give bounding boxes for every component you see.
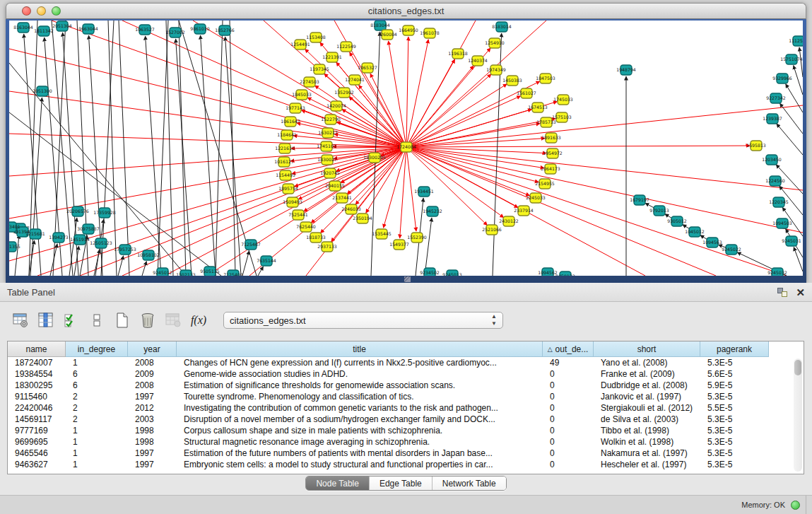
graph-node[interactable]: 8183044 bbox=[370, 21, 390, 30]
graph-node[interactable]: 2430122 bbox=[499, 216, 519, 226]
graph-node[interactable]: 7625440 bbox=[296, 222, 316, 232]
graph-node[interactable]: 1045012 bbox=[685, 227, 705, 237]
graph-node[interactable]: 1948794 bbox=[616, 65, 636, 75]
close-panel-icon[interactable]: ✕ bbox=[796, 287, 805, 298]
table-row[interactable]: 969969511998Structural magnetic resonanc… bbox=[8, 436, 804, 448]
float-panel-icon[interactable] bbox=[777, 288, 787, 297]
graph-node[interactable]: 9505135 bbox=[200, 267, 220, 276]
graph-node[interactable]: 17359928 bbox=[93, 208, 116, 218]
graph-node[interactable]: 1274041 bbox=[345, 75, 365, 85]
graph-node[interactable]: 1561027 bbox=[517, 88, 536, 98]
graph-node[interactable]: 9227342 bbox=[766, 93, 786, 103]
column-header-pagerank[interactable]: pagerank bbox=[700, 341, 769, 357]
graph-node[interactable]: 1745103 bbox=[317, 141, 336, 151]
graph-node[interactable]: 9450122 bbox=[555, 271, 575, 276]
graph-node[interactable]: 1934451 bbox=[414, 187, 434, 197]
graph-node[interactable]: 1394273 bbox=[49, 233, 69, 243]
graph-node[interactable]: 9245012 bbox=[153, 268, 172, 276]
graph-node[interactable]: 1509493 bbox=[283, 197, 302, 207]
graph-node[interactable]: 2040155 bbox=[325, 181, 345, 191]
graph-node[interactable]: 1549377 bbox=[389, 240, 409, 250]
function-builder-button[interactable]: f(x) bbox=[188, 310, 209, 331]
column-header-year[interactable]: year bbox=[128, 341, 177, 357]
graph-node[interactable]: 9792013 bbox=[649, 206, 669, 216]
column-header-name[interactable]: name bbox=[8, 341, 66, 357]
delete-rows-button[interactable] bbox=[137, 310, 158, 331]
graph-node[interactable]: 1954972 bbox=[543, 148, 563, 158]
graph-node[interactable]: 1221391 bbox=[322, 52, 342, 62]
graph-node[interactable]: 1450383 bbox=[502, 76, 522, 86]
table-row[interactable]: 1872400712008Changes of HCN gene express… bbox=[8, 357, 804, 368]
graph-node[interactable]: 1945232 bbox=[423, 206, 442, 216]
graph-node[interactable]: 1197345 bbox=[310, 64, 329, 74]
graph-node[interactable]: 1745033 bbox=[553, 95, 573, 105]
column-header-in_degree[interactable]: in_degree bbox=[66, 341, 128, 357]
graph-node[interactable]: 1664950 bbox=[399, 25, 418, 35]
graph-node[interactable]: 17957253 bbox=[114, 245, 136, 255]
table-row[interactable]: 1938455462009Genome-wide association stu… bbox=[8, 368, 804, 380]
graph-node[interactable]: 1196318 bbox=[448, 49, 468, 59]
new-table-button[interactable] bbox=[112, 310, 133, 331]
graph-node[interactable]: 1063527 bbox=[135, 25, 155, 35]
graph-node[interactable]: 1112503 bbox=[789, 36, 803, 46]
graph-node[interactable]: 9861010 bbox=[190, 24, 210, 34]
graph-node[interactable]: 9245031 bbox=[782, 236, 801, 246]
graph-node[interactable]: 1630217 bbox=[318, 128, 338, 138]
graph-node[interactable]: 1535445 bbox=[372, 229, 392, 239]
graph-node[interactable]: 1215681 bbox=[25, 229, 45, 239]
graph-node[interactable]: 8183014 bbox=[492, 22, 512, 32]
graph-node[interactable]: 1352902 bbox=[334, 88, 354, 98]
graph-node[interactable]: 9234502 bbox=[420, 268, 440, 276]
graph-node[interactable]: 1154493 bbox=[276, 170, 295, 180]
graph-node[interactable]: 1974349 bbox=[486, 65, 506, 75]
graph-node[interactable]: 1830027 bbox=[317, 155, 337, 165]
table-row[interactable]: 946554611997Estimation of the future num… bbox=[8, 448, 804, 459]
graph-node[interactable]: 1818733 bbox=[306, 233, 326, 243]
graph-node[interactable]: 1527002 bbox=[165, 28, 185, 37]
graph-node[interactable]: 1239387 bbox=[763, 114, 782, 124]
network-canvas[interactable]: 8163044181134220513049663044106352715270… bbox=[9, 21, 803, 276]
graph-node[interactable]: 2521066 bbox=[482, 225, 502, 235]
graph-node[interactable]: 2051304 bbox=[52, 21, 72, 31]
graph-node[interactable]: 9245032 bbox=[767, 268, 787, 276]
graph-node[interactable]: 1891633 bbox=[541, 133, 561, 143]
graph-node[interactable]: 8163044 bbox=[13, 23, 33, 33]
graph-node[interactable]: 7635144 bbox=[257, 256, 276, 266]
graph-node[interactable]: 7525441 bbox=[288, 210, 308, 220]
window-titlebar[interactable]: citations_edges.txt bbox=[6, 3, 806, 19]
graph-node[interactable]: 9663044 bbox=[78, 24, 98, 34]
column-header-short[interactable]: short bbox=[594, 341, 700, 357]
graph-node[interactable]: 7125400 bbox=[223, 270, 243, 276]
graph-node[interactable]: 1184641 bbox=[277, 130, 297, 140]
graph-node[interactable]: 10958102 bbox=[137, 250, 160, 260]
graph-node[interactable]: 2064173 bbox=[541, 164, 560, 174]
graph-node[interactable]: 1122549 bbox=[336, 42, 356, 52]
graph-node[interactable]: 1254910 bbox=[485, 38, 505, 48]
graph-node[interactable]: 1221610 bbox=[275, 144, 295, 153]
panel-resize-grip[interactable] bbox=[404, 276, 411, 282]
tab-network-table[interactable]: Network Table bbox=[433, 477, 506, 490]
row-height-button[interactable] bbox=[86, 310, 107, 331]
graph-node[interactable]: 1254491 bbox=[290, 40, 310, 49]
graph-node[interactable]: 9305012 bbox=[667, 216, 687, 226]
table-row[interactable]: 946362711997Embryonic stem cells: a mode… bbox=[8, 459, 804, 470]
graph-node[interactable]: 1502133 bbox=[176, 270, 196, 276]
tab-node-table[interactable]: Node Table bbox=[306, 477, 370, 490]
graph-node[interactable]: 1674513 bbox=[528, 103, 548, 112]
graph-node[interactable]: 9501355 bbox=[9, 242, 20, 252]
table-row[interactable]: 1830029562008Estimation of significance … bbox=[8, 380, 804, 391]
select-columns-button[interactable] bbox=[61, 310, 82, 331]
delete-table-button[interactable] bbox=[163, 310, 184, 331]
graph-node[interactable]: 15751074 bbox=[780, 54, 803, 64]
graph-node[interactable]: 2245033 bbox=[526, 193, 546, 203]
show-column-button[interactable] bbox=[35, 310, 57, 331]
table-row[interactable]: 911546021997Tourette syndrome. Phenomeno… bbox=[8, 391, 804, 402]
memory-ok-icon[interactable] bbox=[791, 501, 800, 510]
table-vertical-scrollbar[interactable] bbox=[794, 358, 802, 472]
graph-node[interactable]: 1852766 bbox=[215, 25, 235, 35]
graph-node[interactable]: 1094562 bbox=[538, 268, 558, 276]
graph-node[interactable]: 1895754 bbox=[278, 184, 298, 194]
graph-node[interactable]: 1016127 bbox=[274, 157, 294, 167]
graph-node[interactable]: 9329966 bbox=[772, 74, 792, 83]
table-selector-dropdown[interactable]: citations_edges.txt ▲▼ bbox=[223, 312, 503, 329]
